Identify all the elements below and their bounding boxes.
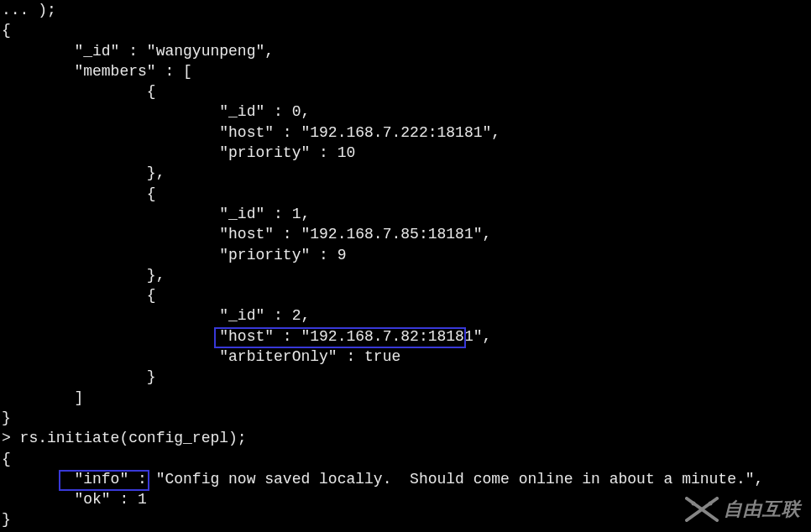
terminal-line: ... ); <box>2 0 809 20</box>
terminal-line: } <box>2 408 809 428</box>
terminal-line: "priority" : 10 <box>2 143 809 163</box>
terminal-line: { <box>2 285 809 305</box>
terminal-line: "_id" : 1, <box>2 204 809 224</box>
terminal-output[interactable]: ... );{ "_id" : "wangyunpeng", "members"… <box>0 0 811 532</box>
watermark: 自由互联 <box>685 497 801 522</box>
terminal-line: { <box>2 81 809 102</box>
watermark-text: 自由互联 <box>724 497 801 522</box>
terminal-line: "host" : "192.168.7.222:18181", <box>2 123 809 143</box>
terminal-line: "_id" : 2, <box>2 305 809 326</box>
svg-point-1 <box>709 502 713 506</box>
terminal-line: "info" : "Config now saved locally. Shou… <box>2 469 809 489</box>
terminal-line: }, <box>2 265 809 285</box>
terminal-line: } <box>2 367 809 387</box>
terminal-line: { <box>2 184 809 204</box>
terminal-line: "_id" : 0, <box>2 102 809 122</box>
terminal-line: "host" : "192.168.7.85:18181", <box>2 224 809 244</box>
terminal-line: > rs.initiate(config_repl); <box>2 428 809 448</box>
terminal-line: "host" : "192.168.7.82:18181", <box>2 326 809 347</box>
terminal-line: "members" : [ <box>2 61 809 81</box>
terminal-line: "arbiterOnly" : true <box>2 347 809 367</box>
terminal-line: ] <box>2 388 809 408</box>
terminal-line: "_id" : "wangyunpeng", <box>2 41 809 61</box>
svg-point-0 <box>692 502 696 506</box>
terminal-line: { <box>2 449 809 469</box>
terminal-line: "priority" : 9 <box>2 245 809 265</box>
terminal-line: { <box>2 20 809 40</box>
watermark-x-icon <box>685 497 719 522</box>
terminal-line: }, <box>2 163 809 183</box>
